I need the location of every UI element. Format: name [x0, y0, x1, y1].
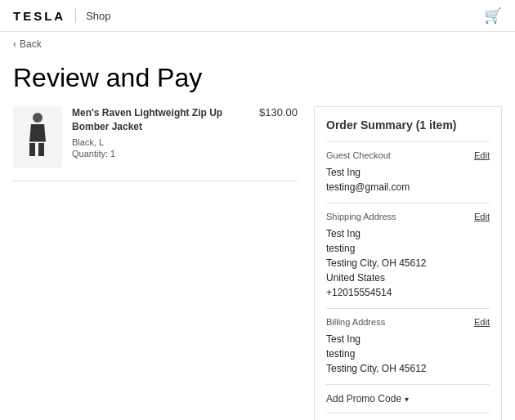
- silhouette-head: [33, 113, 43, 123]
- silhouette-legs: [29, 143, 46, 156]
- silhouette-leg-left: [29, 143, 35, 156]
- guest-checkout-edit[interactable]: Edit: [474, 150, 490, 160]
- shipping-address-edit[interactable]: Edit: [474, 212, 490, 221]
- back-link[interactable]: ‹ Back: [0, 32, 515, 56]
- product-variant: Black, L: [72, 137, 249, 147]
- product-price: $130.00: [259, 106, 298, 118]
- shipping-address-section: Shipping Address Edit Test Ing testing T…: [326, 203, 490, 308]
- billing-city-state: Testing City, OH 45612: [326, 361, 490, 376]
- cart-icon[interactable]: 🛒: [484, 7, 502, 25]
- product-image: [13, 106, 62, 168]
- shop-link[interactable]: Shop: [86, 10, 110, 22]
- navbar: TESLA Shop 🛒: [0, 0, 515, 32]
- silhouette-leg-right: [38, 143, 44, 156]
- product-name: Men's Raven Lightweight Zip Up Bomber Ja…: [72, 106, 249, 134]
- billing-address-header: Billing Address Edit: [326, 317, 490, 327]
- billing-company: testing: [326, 346, 490, 361]
- summary-title: Order Summary (1 item): [326, 118, 490, 132]
- guest-checkout-label: Guest Checkout: [326, 150, 391, 160]
- tesla-logo: TESLA: [13, 9, 65, 23]
- shipping-address-label: Shipping Address: [326, 212, 396, 221]
- promo-chevron-icon: ▾: [405, 395, 409, 404]
- product-quantity: Quantity: 1: [72, 149, 249, 159]
- product-item: Men's Raven Lightweight Zip Up Bomber Ja…: [13, 106, 298, 181]
- product-section: Men's Raven Lightweight Zip Up Bomber Ja…: [13, 106, 298, 420]
- shipping-phone: +12015554514: [326, 285, 490, 300]
- silhouette-body: [29, 124, 46, 142]
- promo-code-toggle[interactable]: Add Promo Code ▾: [326, 384, 490, 413]
- product-info: Men's Raven Lightweight Zip Up Bomber Ja…: [72, 106, 249, 159]
- nav-divider: [75, 8, 76, 23]
- back-arrow-icon: ‹: [13, 38, 16, 50]
- promo-code-label: Add Promo Code: [326, 393, 401, 404]
- shipping-name: Test Ing: [326, 226, 490, 241]
- billing-name: Test Ing: [326, 332, 490, 346]
- main-content: Men's Raven Lightweight Zip Up Bomber Ja…: [0, 106, 515, 420]
- shipping-city-state: Testing City, OH 45612: [326, 256, 490, 270]
- page-title: Review and Pay: [0, 56, 515, 106]
- shipping-country: United States: [326, 270, 490, 285]
- shipping-address-header: Shipping Address Edit: [326, 212, 490, 221]
- back-label: Back: [20, 38, 42, 50]
- guest-checkout-header: Guest Checkout Edit: [326, 150, 490, 160]
- billing-address-section: Billing Address Edit Test Ing testing Te…: [326, 308, 490, 384]
- order-summary: Order Summary (1 item) Guest Checkout Ed…: [314, 106, 502, 420]
- guest-email: testing@gmail.com: [326, 180, 490, 194]
- totals-section: Subtotal $130.00 Shipping Free Sales Tax…: [326, 413, 490, 420]
- product-thumbnail: [25, 113, 50, 162]
- billing-address-edit[interactable]: Edit: [474, 317, 490, 327]
- shipping-company: testing: [326, 241, 490, 256]
- billing-address-label: Billing Address: [326, 317, 385, 327]
- guest-checkout-section: Guest Checkout Edit Test Ing testing@gma…: [326, 141, 490, 203]
- nav-left: TESLA Shop: [13, 8, 111, 23]
- guest-name: Test Ing: [326, 165, 490, 180]
